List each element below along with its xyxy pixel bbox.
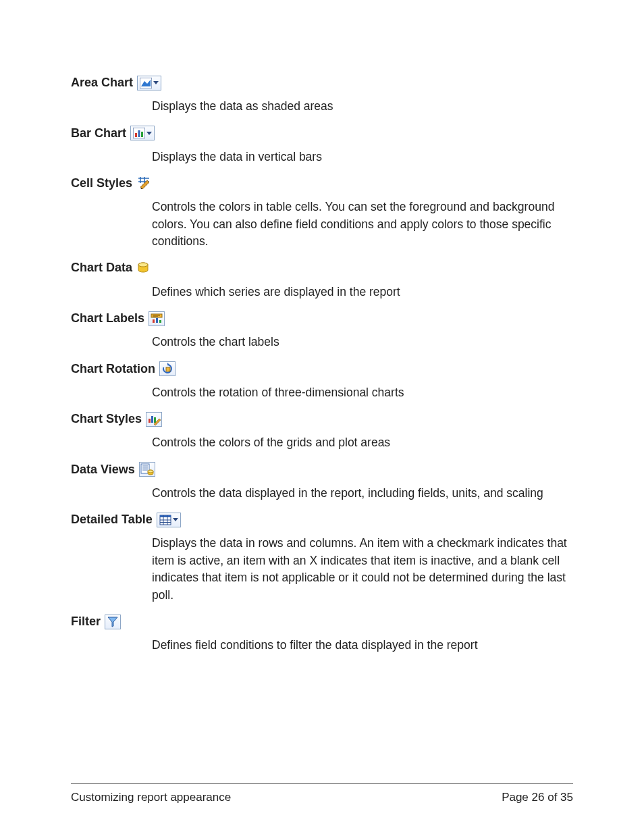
- term-label: Detailed Table: [71, 511, 153, 528]
- term-description: Displays the data in vertical bars: [152, 149, 570, 165]
- svg-rect-4: [138, 130, 140, 137]
- term-line: Area Chart: [71, 74, 573, 91]
- svg-rect-18: [156, 318, 158, 323]
- chart-labels-icon: [149, 311, 165, 326]
- svg-marker-38: [108, 617, 117, 627]
- svg-rect-24: [154, 417, 156, 423]
- entry-detailed-table: Detailed Table Displays the data in rows…: [71, 511, 573, 604]
- chevron-down-icon: [146, 132, 152, 135]
- chevron-down-icon: [173, 518, 178, 521]
- entry-cell-styles: Cell Styles Controls the colors in table…: [71, 175, 573, 250]
- page-footer: Customizing report appearance Page 26 of…: [71, 783, 573, 804]
- svg-rect-19: [159, 320, 161, 323]
- footer-title: Customizing report appearance: [71, 791, 231, 804]
- svg-rect-33: [160, 515, 171, 517]
- svg-rect-17: [153, 319, 155, 323]
- entry-area-chart: Area Chart Displays the data as shaded a…: [71, 74, 573, 115]
- term-line: Bar Chart: [71, 125, 573, 142]
- entry-bar-chart: Bar Chart Displays the data in vertical …: [71, 125, 573, 166]
- chart-styles-icon: [146, 412, 162, 427]
- chevron-down-icon: [153, 81, 159, 84]
- term-label: Bar Chart: [71, 125, 126, 142]
- entry-data-views: Data Views Controls the data displayed i…: [71, 461, 573, 502]
- term-label: Chart Data: [71, 259, 132, 276]
- term-description: Defines field conditions to filter the d…: [152, 637, 570, 654]
- term-description: Defines which series are displayed in th…: [152, 284, 570, 301]
- term-description: Displays the data as shaded areas: [152, 98, 570, 115]
- cell-styles-icon: [136, 177, 151, 190]
- term-line: Chart Labels: [71, 310, 573, 327]
- entry-chart-labels: Chart Labels Controls the chart labels: [71, 310, 573, 351]
- svg-point-13: [138, 263, 148, 267]
- entry-filter: Filter Defines field conditions to filte…: [71, 613, 573, 654]
- svg-rect-22: [149, 419, 151, 423]
- data-views-icon: [139, 462, 155, 477]
- chart-data-icon: [136, 261, 150, 275]
- svg-rect-23: [151, 416, 153, 423]
- term-label: Area Chart: [71, 74, 133, 91]
- term-label: Chart Rotation: [71, 361, 155, 377]
- term-line: Cell Styles: [71, 175, 573, 192]
- term-line: Chart Styles: [71, 411, 573, 427]
- detailed-table-icon: [157, 513, 181, 527]
- document-page: Area Chart Displays the data as shaded a…: [0, 0, 644, 834]
- term-description: Displays the data in rows and columns. A…: [152, 535, 570, 604]
- term-label: Chart Labels: [71, 310, 144, 327]
- footer-page-number: Page 26 of 35: [502, 791, 573, 804]
- svg-rect-3: [135, 133, 137, 137]
- term-line: Filter: [71, 613, 573, 630]
- term-description: Controls the chart labels: [152, 334, 570, 350]
- term-label: Chart Styles: [71, 411, 142, 427]
- filter-icon: [105, 615, 121, 629]
- term-label: Data Views: [71, 461, 135, 478]
- entry-chart-styles: Chart Styles Controls the colors of the …: [71, 411, 573, 452]
- entry-chart-data: Chart Data Defines which series are disp…: [71, 259, 573, 301]
- term-description: Controls the colors in table cells. You …: [152, 199, 570, 250]
- chart-rotation-icon: [159, 361, 176, 376]
- area-chart-icon: [137, 76, 161, 90]
- term-label: Cell Styles: [71, 175, 132, 192]
- term-description: Controls the data displayed in the repor…: [152, 485, 570, 502]
- entry-chart-rotation: Chart Rotation Controls the rotation of …: [71, 361, 573, 402]
- term-description: Controls the rotation of three-dimension…: [152, 384, 570, 401]
- term-line: Chart Data: [71, 259, 573, 276]
- svg-marker-20: [167, 363, 170, 365]
- term-line: Data Views: [71, 461, 573, 478]
- svg-point-31: [148, 470, 153, 473]
- svg-rect-21: [166, 367, 170, 371]
- svg-rect-5: [141, 132, 143, 137]
- term-description: Controls the colors of the grids and plo…: [152, 434, 570, 451]
- term-line: Detailed Table: [71, 511, 573, 528]
- term-line: Chart Rotation: [71, 361, 573, 377]
- term-label: Filter: [71, 613, 101, 630]
- bar-chart-icon: [130, 126, 155, 140]
